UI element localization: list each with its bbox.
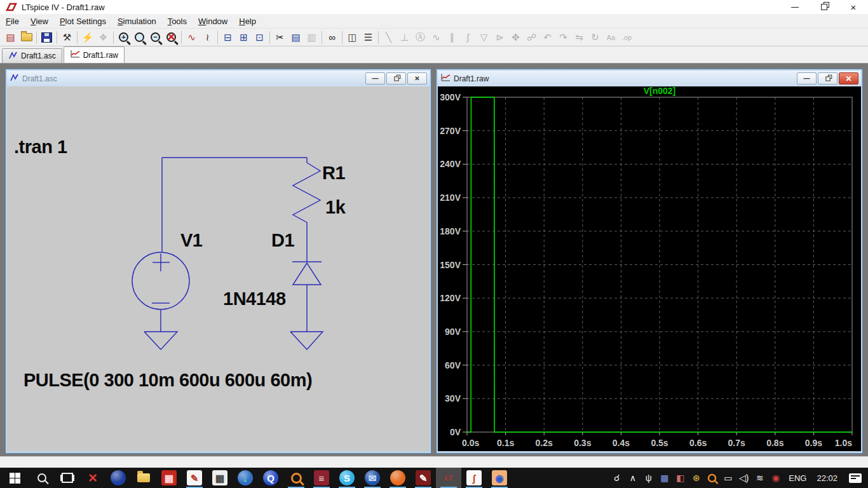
start-button[interactable] bbox=[0, 468, 29, 488]
menu-help[interactable]: Help bbox=[233, 15, 262, 27]
speaker-icon[interactable]: ◁) bbox=[736, 468, 752, 488]
waveform-minimize-button[interactable]: — bbox=[797, 72, 817, 85]
diode-value[interactable]: 1N4148 bbox=[223, 290, 286, 308]
place-label-button[interactable]: Ⓐ bbox=[412, 30, 428, 45]
notification-center-button[interactable] bbox=[843, 468, 868, 488]
zoom-full-button[interactable]: ✕ bbox=[163, 30, 179, 45]
spice-directive-text[interactable]: .tran 1 bbox=[14, 138, 67, 156]
search-sphere-icon[interactable]: Q bbox=[258, 468, 283, 488]
color-palette-icon[interactable]: ⊛ bbox=[688, 468, 704, 488]
menu-tools[interactable]: Tools bbox=[162, 15, 193, 27]
language-indicator[interactable]: ENG bbox=[783, 468, 811, 488]
waveform-close-button[interactable]: ✕ bbox=[839, 72, 858, 85]
trace-legend[interactable]: V[n002] bbox=[644, 86, 676, 96]
schematic-close-button[interactable]: ✕ bbox=[407, 72, 427, 85]
menu-simulation[interactable]: Simulation bbox=[112, 15, 162, 27]
run-button[interactable]: ⚡ bbox=[79, 30, 95, 45]
print-button[interactable]: ☰ bbox=[360, 30, 376, 45]
schematic-window-titlebar[interactable]: Draft1.asc — ✕ bbox=[7, 71, 430, 86]
schematic-minimize-button[interactable]: — bbox=[365, 72, 385, 85]
people-icon[interactable]: ☌ bbox=[609, 468, 625, 488]
print-preview-button[interactable]: ◫ bbox=[344, 30, 360, 45]
blue-sphere-icon[interactable] bbox=[105, 468, 131, 488]
tab-draft1-raw[interactable]: Draft1.raw bbox=[64, 46, 125, 63]
copy-button[interactable]: ▤ bbox=[288, 30, 304, 45]
ebook-icon[interactable]: ≡ bbox=[309, 468, 334, 488]
place-resistor-button[interactable]: ∿ bbox=[428, 30, 444, 45]
close-x-icon[interactable]: × bbox=[80, 468, 105, 488]
tile-horizontal-button[interactable]: ⊟ bbox=[220, 30, 236, 45]
halt-button[interactable]: ❖ bbox=[95, 30, 111, 45]
firefox-icon[interactable] bbox=[385, 468, 410, 488]
pdf-tool-icon[interactable]: ∫ bbox=[461, 468, 487, 488]
reader-icon[interactable]: ◧ bbox=[672, 468, 688, 488]
schematic-canvas[interactable]: .tran 1V1R11kD11N4148PULSE(0 300 10m 600… bbox=[7, 86, 430, 451]
open-button[interactable] bbox=[18, 30, 34, 45]
place-capacitor-button[interactable]: ∥ bbox=[444, 30, 460, 45]
place-inductor-button[interactable]: ʃ bbox=[460, 30, 476, 45]
usb-icon[interactable]: ψ bbox=[641, 468, 656, 488]
skype-icon[interactable]: S bbox=[334, 468, 360, 488]
schematic-restore-button[interactable] bbox=[386, 72, 406, 85]
source-value[interactable]: PULSE(0 300 10m 600u 600u 60m) bbox=[24, 371, 312, 390]
wifi-icon[interactable]: ≋ bbox=[752, 468, 768, 488]
tab-draft1-asc[interactable]: Draft1.asc bbox=[2, 48, 62, 63]
undo-button[interactable]: ↶ bbox=[539, 30, 555, 45]
capture-eye-icon[interactable]: ◉ bbox=[487, 468, 512, 488]
waveform-plot[interactable]: 300V270V240V210V180V150V120V90V60V30V0V0… bbox=[438, 86, 861, 451]
menu-window[interactable]: Window bbox=[193, 15, 233, 27]
waveform-restore-button[interactable] bbox=[818, 72, 837, 85]
resistor-refdes[interactable]: R1 bbox=[322, 164, 345, 182]
cut-button[interactable]: ✂ bbox=[272, 30, 288, 45]
restore-button[interactable] bbox=[810, 0, 839, 14]
antivirus-sphere-icon[interactable]: ◉ bbox=[768, 468, 783, 488]
file-explorer-icon[interactable] bbox=[131, 468, 156, 488]
zoom-out-button[interactable]: − bbox=[147, 30, 163, 45]
redo-button[interactable]: ↷ bbox=[555, 30, 571, 45]
zoom-in-button[interactable]: + bbox=[116, 30, 132, 45]
draw-wire-button[interactable]: ╲ bbox=[381, 30, 397, 45]
menu-file[interactable]: File bbox=[0, 15, 25, 27]
minimize-button[interactable]: — bbox=[780, 0, 810, 14]
control-panel-button[interactable]: ⚒ bbox=[59, 30, 75, 45]
place-diode-button[interactable]: ▽ bbox=[476, 30, 492, 45]
zoom-back-button[interactable] bbox=[132, 30, 147, 45]
rotate-button[interactable]: ↻ bbox=[587, 30, 603, 45]
thunderbird-icon[interactable]: ✉ bbox=[360, 468, 385, 488]
place-component-button[interactable]: ⊳ bbox=[492, 30, 508, 45]
editor-red-icon[interactable]: ✎ bbox=[410, 468, 436, 488]
pan-plot-button[interactable]: ≀ bbox=[200, 30, 215, 45]
menu-plot-settings[interactable]: Plot Settings bbox=[54, 15, 112, 27]
move-button[interactable]: ✥ bbox=[508, 30, 524, 45]
resistor-value[interactable]: 1k bbox=[325, 198, 345, 217]
autorange-button[interactable]: ∿ bbox=[184, 30, 200, 45]
find-button[interactable]: ∞ bbox=[324, 30, 340, 45]
source-refdes[interactable]: V1 bbox=[180, 231, 202, 250]
ltspice-taskbar-icon[interactable]: LT bbox=[436, 468, 461, 488]
chevron-up-icon[interactable]: ∧ bbox=[625, 468, 641, 488]
paste-button[interactable]: ▥ bbox=[304, 30, 320, 45]
new-schematic-button[interactable]: ▤ bbox=[3, 30, 18, 45]
spice-directive-button[interactable]: .op bbox=[619, 30, 635, 45]
clock[interactable]: 22:02 bbox=[811, 468, 843, 488]
cascade-button[interactable]: ⊞ bbox=[236, 30, 252, 45]
tray-search-icon[interactable] bbox=[704, 468, 720, 488]
remote-grid-icon[interactable]: ▦ bbox=[656, 468, 672, 488]
drag-button[interactable]: ☍ bbox=[524, 30, 539, 45]
download-globe-icon[interactable]: ↓ bbox=[233, 468, 258, 488]
diode-refdes[interactable]: D1 bbox=[271, 231, 294, 250]
tile-vertical-button[interactable]: ⊡ bbox=[252, 30, 268, 45]
mirror-button[interactable]: ⇋ bbox=[571, 30, 587, 45]
text-button[interactable]: Aa bbox=[603, 30, 619, 45]
taskbar-search-button[interactable] bbox=[29, 468, 55, 488]
task-view-button[interactable] bbox=[55, 468, 80, 488]
waveform-window-titlebar[interactable]: Draft1.raw — ✕ bbox=[438, 71, 861, 86]
orange-search-icon[interactable] bbox=[283, 468, 309, 488]
power-plug-icon[interactable]: ▭ bbox=[720, 468, 736, 488]
calculator-icon[interactable]: ▦ bbox=[207, 468, 233, 488]
menu-view[interactable]: View bbox=[25, 15, 54, 27]
red-grid-icon[interactable]: ▦ bbox=[156, 468, 182, 488]
notes-app-icon[interactable]: ✎ bbox=[182, 468, 207, 488]
place-ground-button[interactable]: ⊥ bbox=[397, 30, 412, 45]
close-button[interactable]: × bbox=[839, 0, 868, 14]
